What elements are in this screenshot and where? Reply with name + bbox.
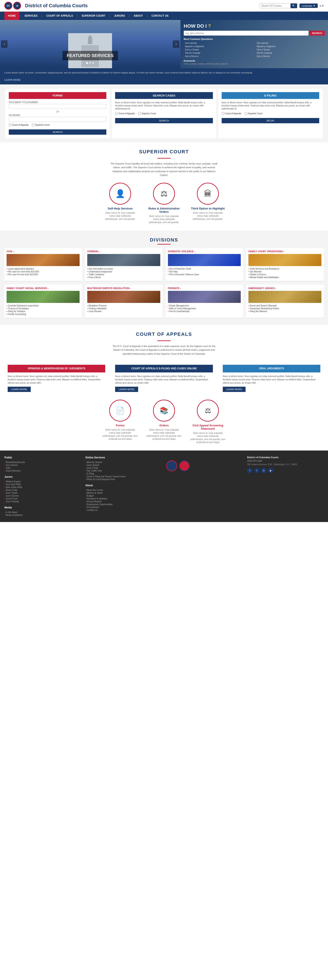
mcq-item-1[interactable]: Get married bbox=[184, 42, 253, 45]
keyword-input[interactable] bbox=[9, 117, 106, 122]
fco-link-3[interactable]: Obtain a Divorce bbox=[249, 273, 322, 276]
forms-radio-sc[interactable]: Superior Court bbox=[32, 124, 49, 126]
emergency-link-2[interactable]: Temporary Restraining Orders bbox=[249, 307, 322, 310]
efiling-begin-button[interactable]: BEGIN bbox=[222, 118, 319, 123]
how-search-input[interactable] bbox=[184, 31, 309, 35]
nav-court-of-appeals[interactable]: COURT OF APPEALS bbox=[43, 12, 76, 20]
efiling-radio-sc[interactable]: Superior Court bbox=[245, 112, 263, 115]
footer-online-link-1[interactable]: Attorney Search bbox=[85, 461, 162, 464]
criminal-title[interactable]: CRIMINAL › bbox=[87, 250, 160, 253]
search-cases-radio-sc-input[interactable] bbox=[138, 112, 141, 115]
civil-title[interactable]: CIVIL › bbox=[6, 250, 79, 253]
fcss-link-3[interactable]: Filing for Violation bbox=[6, 310, 79, 313]
domestic-violence-title[interactable]: DOMESTIC VIOLENCE › bbox=[168, 250, 241, 253]
emergency-title[interactable]: EMERGENCY JUDGES › bbox=[249, 287, 322, 290]
footer-about-link-4[interactable]: Research & Statistics bbox=[85, 497, 162, 500]
footer-jurors-link-3[interactable]: How Juries Work bbox=[5, 486, 81, 489]
footer-public-link-4[interactable]: Court Directory bbox=[5, 469, 81, 472]
footer-online-link-7[interactable]: Photo ID Card Request Form bbox=[85, 478, 162, 481]
doc-title-input[interactable] bbox=[9, 104, 106, 109]
header-search-button[interactable]: 🔍 bbox=[290, 3, 297, 8]
fco-title[interactable]: FAMILY COURT OPERATIONS › bbox=[249, 250, 322, 253]
probate-title[interactable]: PROBATE › bbox=[168, 287, 241, 290]
fco-link-2[interactable]: Get Married bbox=[249, 270, 322, 273]
fcss-link-1[interactable]: Juvenile Delinquent supervision bbox=[6, 304, 79, 307]
hero-dot-2[interactable] bbox=[89, 62, 91, 64]
footer-online-link-6[interactable]: Court E-Filing and Search Cases Forms bbox=[85, 475, 162, 478]
font-small-button[interactable]: a bbox=[320, 5, 321, 7]
nav-jurors[interactable]: JURORS bbox=[111, 12, 128, 20]
mcq-item-10[interactable]: Get a Divorce bbox=[255, 55, 325, 58]
dv-link-2[interactable]: Get help bbox=[168, 270, 241, 273]
civil-link-1[interactable]: Lease agreement disputes bbox=[6, 267, 79, 270]
footer-about-link-1[interactable]: About the Courts bbox=[85, 489, 162, 492]
multidoor-link-3[interactable]: Case Review bbox=[87, 310, 160, 313]
how-search-button[interactable]: SEARCH bbox=[309, 31, 325, 35]
emergency-link-3[interactable]: Filing fee Waivers bbox=[249, 310, 322, 313]
efiling-radio-coa-input[interactable] bbox=[222, 112, 225, 115]
footer-jurors-link-1[interactable]: What to Expect bbox=[5, 480, 81, 483]
mcq-item-3[interactable]: Appeal a Judgment bbox=[184, 45, 253, 48]
footer-jurors-link-5[interactable]: Juror Travel bbox=[5, 492, 81, 495]
fco-link-1[interactable]: Child Services and Assistance bbox=[249, 267, 322, 270]
footer-online-link-2[interactable]: Case Search bbox=[85, 464, 162, 466]
criminal-link-2[interactable]: Understand arraignment bbox=[87, 270, 160, 273]
forms-radio-coa-input[interactable] bbox=[9, 124, 12, 126]
footer-online-link-3[interactable]: Juror Portal bbox=[85, 466, 162, 469]
language-button[interactable]: Language ▼ bbox=[299, 3, 318, 8]
search-cases-radio-coa-input[interactable] bbox=[115, 112, 118, 115]
footer-public-link-3[interactable]: Jobs bbox=[5, 466, 81, 469]
font-large-button[interactable]: A bbox=[322, 5, 323, 7]
footer-media-link-2[interactable]: Media Guidelines bbox=[5, 514, 81, 517]
hero-dot-3[interactable] bbox=[92, 62, 94, 64]
footer-about-link-2[interactable]: Mission & Vision bbox=[85, 492, 162, 495]
emergency-link-1[interactable]: Arrest and Search Warrants bbox=[249, 304, 322, 307]
criminal-link-4[interactable]: Post a Bond bbox=[87, 276, 160, 279]
footer-jurors-link-4[interactable]: Dress Code bbox=[5, 489, 81, 492]
linkedin-icon[interactable]: in bbox=[261, 468, 266, 473]
nav-contact-us[interactable]: CONTACT US bbox=[148, 12, 172, 20]
mcq-item-8[interactable]: File for Custody bbox=[255, 51, 325, 54]
mcq-item-6[interactable]: Find a Tenant bbox=[255, 48, 325, 51]
footer-media-link-1[interactable]: In the News bbox=[5, 511, 81, 514]
fcss-title[interactable]: FAMILY COURT SOCIAL SERVICES › bbox=[6, 287, 79, 290]
search-cases-button[interactable]: SEARCH bbox=[115, 118, 213, 123]
efiling-header[interactable]: E-FILING bbox=[222, 92, 319, 99]
probate-link-2[interactable]: Wills & Trusts Management bbox=[168, 307, 241, 310]
footer-jurors-link-6[interactable]: Juror Service bbox=[5, 495, 81, 497]
efiling-cases-learn-more[interactable]: LEARN MORE bbox=[115, 387, 138, 392]
mcq-item-5[interactable]: Evict a Tenant bbox=[184, 48, 253, 51]
efiling-radio-coa[interactable]: Court of Appeals bbox=[222, 112, 241, 115]
multidoor-link-2[interactable]: Finding a Mediator bbox=[87, 307, 160, 310]
header-search-input[interactable] bbox=[260, 3, 290, 8]
footer-online-link-5[interactable]: E-Filing bbox=[85, 472, 162, 475]
footer-about-link-5[interactable]: Annual Reports bbox=[85, 500, 162, 503]
probate-link-1[interactable]: Estate Management bbox=[168, 304, 241, 307]
footer-about-link-8[interactable]: Contact Us bbox=[85, 509, 162, 512]
efiling-radio-sc-input[interactable] bbox=[245, 112, 247, 115]
header-search[interactable]: 🔍 bbox=[260, 3, 297, 8]
fcss-link-2[interactable]: Truancy & Runaways bbox=[6, 307, 79, 310]
facebook-icon[interactable]: f bbox=[247, 468, 252, 473]
footer-public-link-1[interactable]: Restraining Bounds bbox=[5, 461, 81, 464]
hero-dot-1[interactable] bbox=[86, 62, 88, 64]
criminal-link-3[interactable]: Traffic violations bbox=[87, 273, 160, 276]
search-cases-header[interactable]: SEARCH CASES bbox=[115, 92, 213, 99]
hero-learn-more[interactable]: LEARN MORE bbox=[5, 78, 21, 81]
footer-public-link-2[interactable]: Jury Service bbox=[5, 464, 81, 466]
twitter-icon[interactable]: t bbox=[254, 468, 259, 473]
search-cases-radio-sc[interactable]: Superior Court bbox=[138, 112, 156, 115]
nav-home[interactable]: HOME bbox=[5, 12, 19, 20]
nav-superior-court[interactable]: SUPERIOR COURT bbox=[78, 12, 109, 20]
civil-link-3[interactable]: File case for less than $10,000 bbox=[6, 273, 79, 276]
youtube-icon[interactable]: ▶ bbox=[268, 468, 273, 473]
criminal-link-1[interactable]: Get information on arrest bbox=[87, 267, 160, 270]
oral-arguments-learn-more[interactable]: LEARN MORE bbox=[223, 387, 246, 392]
forms-search-button[interactable]: SEARCH bbox=[9, 129, 106, 135]
dv-link-1[interactable]: Get a Protection Order bbox=[168, 267, 241, 270]
forms-panel-header[interactable]: FORMS bbox=[9, 92, 106, 99]
hero-prev-button[interactable]: ‹ bbox=[1, 40, 8, 48]
footer-about-link-3[interactable]: Budget bbox=[85, 495, 162, 497]
fcss-link-4[interactable]: Family Counseling bbox=[6, 313, 79, 316]
footer-jurors-link-2[interactable]: Jury Duty FAQs bbox=[5, 483, 81, 486]
